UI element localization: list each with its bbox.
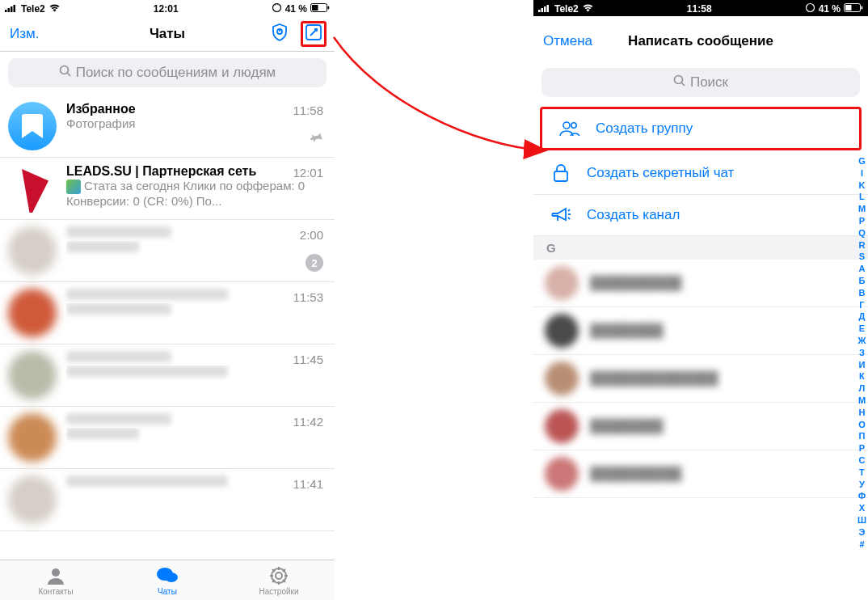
avatar [8, 413, 57, 462]
nav-header: Изм. Чаты [0, 16, 335, 52]
index-letter[interactable]: Е [859, 323, 865, 335]
svg-rect-0 [5, 10, 7, 12]
index-letter[interactable]: M [858, 203, 866, 215]
contact-avatar [545, 266, 579, 300]
index-letter[interactable]: K [858, 180, 865, 192]
tab-chats[interactable]: Чаты [112, 560, 223, 600]
carrier-label: Tele2 [21, 3, 45, 15]
index-letter[interactable]: I [861, 167, 863, 180]
search-input[interactable]: Поиск по сообщениям и людям [8, 58, 327, 87]
index-letter[interactable]: Н [858, 407, 865, 419]
cancel-button[interactable]: Отмена [543, 33, 592, 49]
compose-sheet: Отмена Написать сообщение Поиск Создать … [533, 21, 868, 600]
page-title: Чаты [150, 26, 185, 42]
compose-icon[interactable] [304, 23, 323, 45]
index-letter[interactable]: П [859, 430, 866, 442]
contact-name-blurred: ██████████ [590, 276, 681, 290]
chat-time: 11:42 [293, 415, 323, 429]
index-letter[interactable]: Г [859, 299, 864, 311]
index-letter[interactable]: P [859, 215, 865, 227]
wifi-icon [48, 3, 61, 15]
index-letter[interactable]: С [858, 454, 865, 467]
chat-item-blurred[interactable]: 11:42 [0, 407, 335, 469]
create-secret-chat-button[interactable]: Создать секретный чат [533, 152, 868, 195]
edit-button[interactable]: Изм. [10, 26, 39, 42]
index-letter[interactable]: Б [859, 275, 866, 287]
svg-rect-17 [541, 8, 544, 12]
contact-item[interactable]: ██████████████ [533, 355, 868, 403]
chat-item-saved[interactable]: Избранное Фотография 11:58 [0, 95, 335, 158]
index-letter[interactable]: А [858, 263, 865, 275]
index-letter[interactable]: Э [859, 526, 866, 539]
sheet-header: Отмена Написать сообщение [533, 21, 868, 61]
svg-rect-27 [554, 171, 567, 181]
contact-item[interactable]: ████████ [533, 403, 868, 450]
chat-item-blurred[interactable]: 11:45 [0, 344, 335, 407]
svg-rect-18 [544, 6, 546, 12]
chat-time: 11:41 [293, 477, 323, 491]
contact-avatar [545, 457, 579, 491]
blurred-title [66, 475, 228, 487]
index-letter[interactable]: Ф [858, 490, 866, 502]
index-letter[interactable]: Х [859, 502, 865, 514]
index-letter[interactable]: Т [859, 467, 865, 479]
create-channel-button[interactable]: Создать канал [533, 195, 868, 236]
index-letter[interactable]: К [859, 370, 865, 382]
index-letter[interactable]: М [858, 395, 866, 407]
svg-rect-7 [327, 6, 329, 10]
index-letter[interactable]: Л [859, 382, 866, 395]
index-letter[interactable]: О [858, 419, 866, 431]
svg-rect-2 [11, 6, 13, 12]
index-letter[interactable]: Ш [857, 514, 866, 526]
index-letter[interactable]: З [859, 347, 865, 359]
chat-item-leads[interactable]: LEADS.SU | Партнерская сеть Стата за сег… [0, 158, 335, 220]
battery-label: 41 % [285, 3, 307, 15]
index-letter[interactable]: L [859, 191, 865, 203]
avatar [8, 475, 57, 524]
contact-item[interactable]: ████████ [533, 307, 868, 355]
chat-list: Избранное Фотография 11:58 LEADS.SU | Па… [0, 95, 335, 531]
search-placeholder: Поиск по сообщениям и людям [76, 65, 276, 81]
index-letter[interactable]: R [858, 239, 865, 251]
chat-time: 11:53 [293, 290, 323, 304]
index-letter[interactable]: Ж [857, 335, 866, 347]
chat-item-blurred[interactable]: 11:53 [0, 282, 335, 344]
index-letter[interactable]: # [859, 539, 864, 551]
clock: 11:58 [687, 3, 712, 15]
chat-time: 11:58 [293, 104, 323, 117]
contact-item[interactable]: ██████████ [533, 260, 868, 307]
tab-label: Настройки [259, 587, 298, 596]
status-bar: Tele2 11:58 41 % [533, 0, 868, 16]
index-letter[interactable]: S [859, 251, 865, 263]
alphabet-index[interactable]: GIKLMPQRSАБВГДЕЖЗИКЛМНОПРСТУФХШЭ# [857, 155, 866, 550]
create-group-button[interactable]: Создать группу [542, 109, 859, 148]
search-icon [673, 74, 685, 91]
svg-rect-16 [538, 10, 541, 12]
index-letter[interactable]: И [859, 359, 866, 371]
blurred-title [66, 413, 171, 425]
contact-avatar [545, 361, 579, 395]
index-letter[interactable]: Q [858, 227, 866, 239]
search-container: Поиск по сообщениям и людям [0, 52, 335, 95]
svg-point-25 [563, 122, 570, 129]
instruction-arrow [330, 29, 556, 167]
chat-item-blurred[interactable]: 11:41 [0, 469, 335, 531]
compose-button-highlight [301, 21, 327, 47]
chat-title: LEADS.SU | Партнерская сеть [66, 164, 325, 179]
svg-rect-1 [8, 8, 11, 12]
tab-settings[interactable]: Настройки [223, 560, 335, 600]
index-letter[interactable]: Р [859, 442, 865, 454]
contact-item[interactable]: ██████████ [533, 450, 868, 498]
index-letter[interactable]: У [859, 479, 865, 491]
search-input[interactable]: Поиск [541, 68, 860, 97]
svg-rect-6 [312, 5, 318, 11]
shield-icon[interactable] [270, 23, 289, 45]
tab-contacts[interactable]: Контакты [0, 560, 112, 600]
index-letter[interactable]: G [858, 155, 866, 167]
index-letter[interactable]: В [858, 287, 865, 299]
index-letter[interactable]: Д [859, 311, 866, 323]
image-thumb-icon [66, 180, 81, 194]
blurred-title [66, 226, 171, 238]
svg-rect-3 [14, 5, 16, 12]
chat-item-blurred[interactable]: 2:00 2 [0, 220, 335, 282]
